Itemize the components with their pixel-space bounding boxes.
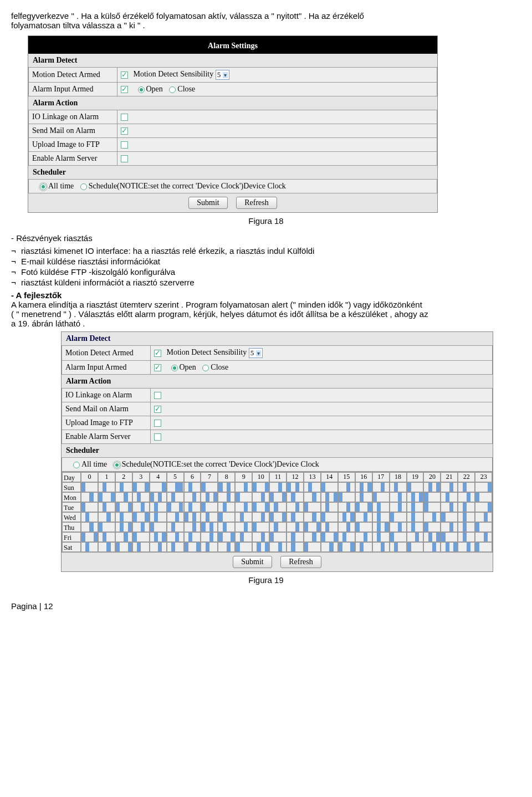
sched-hour-cell[interactable]: [475, 492, 492, 502]
sched-hour-cell[interactable]: [321, 532, 338, 542]
sched-hour-cell[interactable]: [150, 532, 167, 542]
sched-hour-cell[interactable]: [269, 502, 287, 512]
sched-hour-cell[interactable]: [355, 512, 372, 522]
sched-hour-cell[interactable]: [235, 522, 252, 532]
sched-hour-cell[interactable]: [372, 522, 390, 532]
sched-hour-cell[interactable]: [132, 542, 150, 552]
sched-hour-cell[interactable]: [98, 482, 115, 492]
sched-hour-cell[interactable]: [287, 542, 304, 552]
sched-hour-cell[interactable]: [201, 502, 218, 512]
sched-hour-cell[interactable]: [269, 492, 287, 502]
sched-hour-cell[interactable]: [150, 482, 167, 492]
sched-hour-cell[interactable]: [287, 512, 304, 522]
sched-hour-cell[interactable]: [201, 512, 218, 522]
sched-hour-cell[interactable]: [407, 502, 424, 512]
sched-hour-cell[interactable]: [390, 502, 407, 512]
sched-hour-cell[interactable]: [458, 502, 475, 512]
sched-hour-cell[interactable]: [390, 522, 407, 532]
sched-hour-cell[interactable]: [184, 512, 201, 522]
sched-hour-cell[interactable]: [338, 532, 355, 542]
sched-hour-cell[interactable]: [184, 532, 201, 542]
sched-hour-cell[interactable]: [167, 482, 184, 492]
motion-sensibility-select[interactable]: 5▾: [216, 70, 230, 80]
sched-hour-cell[interactable]: [407, 512, 424, 522]
sched-hour-cell[interactable]: [407, 482, 424, 492]
sched-hour-cell[interactable]: [423, 512, 441, 522]
sched-hour-cell[interactable]: [287, 502, 304, 512]
sched-hour-cell[interactable]: [407, 532, 424, 542]
sched-hour-cell[interactable]: [441, 512, 458, 522]
sched-hour-cell[interactable]: [150, 492, 167, 502]
sched-hour-cell[interactable]: [115, 502, 132, 512]
sched-hour-cell[interactable]: [355, 532, 372, 542]
sched-hour-cell[interactable]: [304, 522, 321, 532]
sched-hour-cell[interactable]: [475, 482, 492, 492]
sched-hour-cell[interactable]: [218, 532, 235, 542]
sched-hour-cell[interactable]: [132, 512, 150, 522]
sched-hour-cell[interactable]: [372, 512, 390, 522]
upload-ftp-checkbox[interactable]: [121, 141, 128, 149]
sched-hour-cell[interactable]: [423, 532, 441, 542]
sched-hour-cell[interactable]: [167, 542, 184, 552]
sched-hour-cell[interactable]: [423, 522, 441, 532]
sched-hour-cell[interactable]: [269, 482, 287, 492]
sched-hour-cell[interactable]: [304, 502, 321, 512]
sched-hour-cell[interactable]: [167, 502, 184, 512]
close-radio-2[interactable]: [202, 365, 209, 371]
sched-hour-cell[interactable]: [304, 532, 321, 542]
sched-hour-cell[interactable]: [218, 502, 235, 512]
sched-hour-cell[interactable]: [235, 532, 252, 542]
sched-hour-cell[interactable]: [184, 542, 201, 552]
sched-hour-cell[interactable]: [252, 542, 269, 552]
sched-hour-cell[interactable]: [132, 492, 150, 502]
sched-hour-cell[interactable]: [235, 502, 252, 512]
sched-hour-cell[interactable]: [132, 482, 150, 492]
sched-hour-cell[interactable]: [338, 542, 355, 552]
sched-hour-cell[interactable]: [355, 492, 372, 502]
sched-hour-cell[interactable]: [150, 512, 167, 522]
sched-hour-cell[interactable]: [235, 512, 252, 522]
sched-hour-cell[interactable]: [372, 482, 390, 492]
sched-hour-cell[interactable]: [218, 482, 235, 492]
sched-hour-cell[interactable]: [184, 482, 201, 492]
sched-hour-cell[interactable]: [372, 542, 390, 552]
sched-hour-cell[interactable]: [167, 532, 184, 542]
sched-hour-cell[interactable]: [150, 502, 167, 512]
sched-hour-cell[interactable]: [269, 542, 287, 552]
sched-hour-cell[interactable]: [304, 542, 321, 552]
sched-hour-cell[interactable]: [407, 492, 424, 502]
sched-hour-cell[interactable]: [390, 542, 407, 552]
sched-hour-cell[interactable]: [218, 512, 235, 522]
sched-hour-cell[interactable]: [235, 492, 252, 502]
alarm-input-armed-checkbox[interactable]: [121, 86, 128, 93]
sched-hour-cell[interactable]: [321, 542, 338, 552]
sched-hour-cell[interactable]: [423, 482, 441, 492]
sched-hour-cell[interactable]: [218, 492, 235, 502]
refresh-button[interactable]: Refresh: [236, 197, 277, 209]
sched-hour-cell[interactable]: [218, 542, 235, 552]
sched-hour-cell[interactable]: [252, 482, 269, 492]
sched-hour-cell[interactable]: [201, 492, 218, 502]
sched-hour-cell[interactable]: [321, 502, 338, 512]
sched-hour-cell[interactable]: [338, 522, 355, 532]
sched-hour-cell[interactable]: [458, 512, 475, 522]
sched-hour-cell[interactable]: [390, 512, 407, 522]
sched-hour-cell[interactable]: [252, 532, 269, 542]
sched-hour-cell[interactable]: [287, 532, 304, 542]
sched-hour-cell[interactable]: [458, 522, 475, 532]
sched-hour-cell[interactable]: [167, 492, 184, 502]
sched-hour-cell[interactable]: [98, 542, 115, 552]
sched-hour-cell[interactable]: [338, 502, 355, 512]
sched-hour-cell[interactable]: [355, 542, 372, 552]
sched-hour-cell[interactable]: [201, 532, 218, 542]
sched-hour-cell[interactable]: [372, 502, 390, 512]
sched-hour-cell[interactable]: [235, 482, 252, 492]
upload-ftp-checkbox-2[interactable]: [154, 420, 161, 427]
sched-hour-cell[interactable]: [150, 542, 167, 552]
sched-hour-cell[interactable]: [475, 522, 492, 532]
sched-hour-cell[interactable]: [475, 502, 492, 512]
sched-hour-cell[interactable]: [304, 512, 321, 522]
sched-hour-cell[interactable]: [441, 502, 458, 512]
sched-hour-cell[interactable]: [458, 482, 475, 492]
sched-hour-cell[interactable]: [321, 512, 338, 522]
